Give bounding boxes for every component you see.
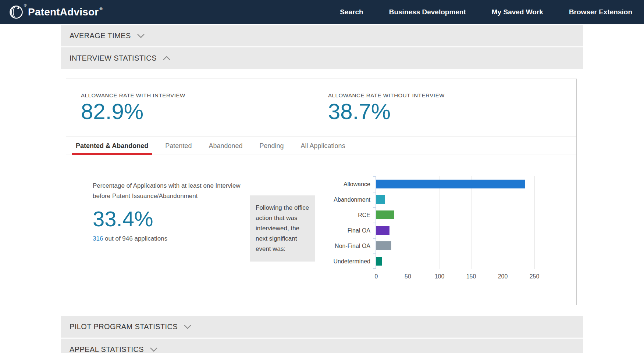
interview-percentage-description: Percentage of Applications with at least… bbox=[93, 181, 247, 201]
accordion-interview-statistics[interactable]: INTERVIEW STATISTICS bbox=[61, 47, 583, 69]
tab-pending[interactable]: Pending bbox=[256, 137, 288, 155]
chevron-up-icon bbox=[163, 56, 171, 61]
rate-without-interview-label: ALLOWANCE RATE WITHOUT INTERVIEW bbox=[328, 92, 575, 98]
bar-row bbox=[376, 253, 534, 269]
allowance-rates-row: ALLOWANCE RATE WITH INTERVIEW 82.9% ALLO… bbox=[66, 79, 576, 137]
interview-percentage-value: 33.4% bbox=[93, 207, 240, 231]
rate-without-interview-value: 38.7% bbox=[328, 101, 575, 123]
category-label-undetermined: Undetermined bbox=[319, 254, 370, 269]
accordion-average-times[interactable]: AVERAGE TIMES bbox=[61, 25, 583, 46]
bar-row bbox=[376, 192, 534, 207]
nav-item-business-development[interactable]: Business Development bbox=[389, 8, 466, 16]
category-labels: AllowanceAbandonmentRCEFinal OANon-Final… bbox=[319, 176, 370, 281]
axis-tick-notch bbox=[373, 192, 376, 192]
interview-statistics-panel: ALLOWANCE RATE WITH INTERVIEW 82.9% ALLO… bbox=[66, 79, 577, 305]
accordion-interview-statistics-label: INTERVIEW STATISTICS bbox=[70, 54, 157, 62]
chevron-down-icon bbox=[184, 324, 192, 329]
x-tick-label-250: 250 bbox=[530, 273, 540, 280]
lexisnexis-swirl-icon: ® bbox=[8, 4, 24, 20]
application-count-suffix: out of 946 applications bbox=[103, 235, 167, 242]
tab-patented[interactable]: Patented bbox=[161, 137, 195, 155]
category-label-non-final-oa: Non-Final OA bbox=[319, 238, 370, 254]
x-axis-ticks: 050100150200250 bbox=[376, 269, 534, 281]
x-tick-label-150: 150 bbox=[466, 273, 476, 280]
next-event-info-text: Following the office action that was int… bbox=[256, 204, 309, 252]
accordion-average-times-label: AVERAGE TIMES bbox=[70, 32, 131, 40]
nav-item-my-saved-work[interactable]: My Saved Work bbox=[492, 8, 543, 16]
next-event-bar-chart: AllowanceAbandonmentRCEFinal OANon-Final… bbox=[319, 176, 534, 281]
bar-row bbox=[376, 207, 534, 223]
nav-item-search[interactable]: Search bbox=[340, 8, 363, 16]
accordion-appeal-statistics[interactable]: APPEAL STATISTICS bbox=[61, 339, 583, 353]
tab-patented-and-abandoned[interactable]: Patented & Abandoned bbox=[72, 137, 152, 155]
accordion-pilot-program-label: PILOT PROGRAM STATISTICS bbox=[70, 323, 178, 331]
bar-plot bbox=[376, 176, 534, 269]
bar-row bbox=[376, 176, 534, 192]
tab-content: Percentage of Applications with at least… bbox=[66, 155, 576, 305]
bar-undetermined bbox=[376, 257, 382, 266]
registered-mark: ® bbox=[24, 3, 26, 7]
axis-tick-notch bbox=[373, 238, 376, 239]
interview-percentage-block: Percentage of Applications with at least… bbox=[93, 181, 240, 281]
bar-row bbox=[376, 223, 534, 238]
axis-tick-notch bbox=[373, 268, 376, 269]
x-tick-label-0: 0 bbox=[375, 273, 378, 280]
nav-item-browser-extension[interactable]: Browser Extension bbox=[569, 8, 632, 16]
status-tabs: Patented & Abandoned Patented Abandoned … bbox=[66, 137, 576, 155]
axis-tick-notch bbox=[373, 207, 376, 208]
axis-tick-notch bbox=[373, 253, 376, 254]
category-label-rce: RCE bbox=[319, 208, 370, 223]
category-label-final-oa: Final OA bbox=[319, 223, 370, 238]
x-tick-label-50: 50 bbox=[405, 273, 411, 280]
tab-abandoned[interactable]: Abandoned bbox=[205, 137, 246, 155]
axis-tick-notch bbox=[373, 223, 376, 223]
accordion-appeal-statistics-label: APPEAL STATISTICS bbox=[70, 345, 144, 353]
bar-row bbox=[376, 238, 534, 253]
allowance-rate-without-interview: ALLOWANCE RATE WITHOUT INTERVIEW 38.7% bbox=[328, 92, 575, 137]
tab-all-applications[interactable]: All Applications bbox=[297, 137, 349, 155]
bar-allowance bbox=[376, 180, 525, 188]
plot-area-wrap: 050100150200250 bbox=[376, 176, 534, 281]
allowance-rate-with-interview: ALLOWANCE RATE WITH INTERVIEW 82.9% bbox=[81, 92, 328, 137]
application-count-line: 316 out of 946 applications bbox=[93, 235, 240, 242]
logo-wordmark: PatentAdvisor® bbox=[28, 6, 103, 18]
rate-with-interview-label: ALLOWANCE RATE WITH INTERVIEW bbox=[81, 92, 328, 98]
page-content: AVERAGE TIMES INTERVIEW STATISTICS ALLOW… bbox=[61, 25, 583, 353]
chevron-down-icon bbox=[137, 33, 145, 38]
next-event-info-box: Following the office action that was int… bbox=[250, 195, 315, 262]
bar-non-final-oa bbox=[376, 241, 391, 250]
rate-with-interview-value: 82.9% bbox=[81, 101, 328, 123]
bar-final-oa bbox=[376, 226, 389, 235]
brand-logo[interactable]: ® PatentAdvisor® bbox=[8, 4, 103, 20]
chevron-down-icon bbox=[150, 347, 158, 352]
category-label-abandonment: Abandonment bbox=[319, 192, 370, 208]
bar-abandonment bbox=[376, 195, 385, 204]
gridline-250 bbox=[534, 176, 535, 269]
axis-tick-notch bbox=[373, 176, 376, 177]
application-count-link[interactable]: 316 bbox=[93, 235, 103, 242]
category-label-allowance: Allowance bbox=[319, 177, 370, 192]
nav-links: Search Business Development My Saved Wor… bbox=[340, 8, 632, 16]
registered-mark: ® bbox=[99, 7, 102, 11]
x-tick-label-100: 100 bbox=[435, 273, 445, 280]
bar-rce bbox=[376, 210, 394, 219]
x-tick-label-200: 200 bbox=[498, 273, 508, 280]
top-navbar: ® PatentAdvisor® Search Business Develop… bbox=[0, 0, 644, 24]
accordion-pilot-program-statistics[interactable]: PILOT PROGRAM STATISTICS bbox=[61, 316, 583, 338]
